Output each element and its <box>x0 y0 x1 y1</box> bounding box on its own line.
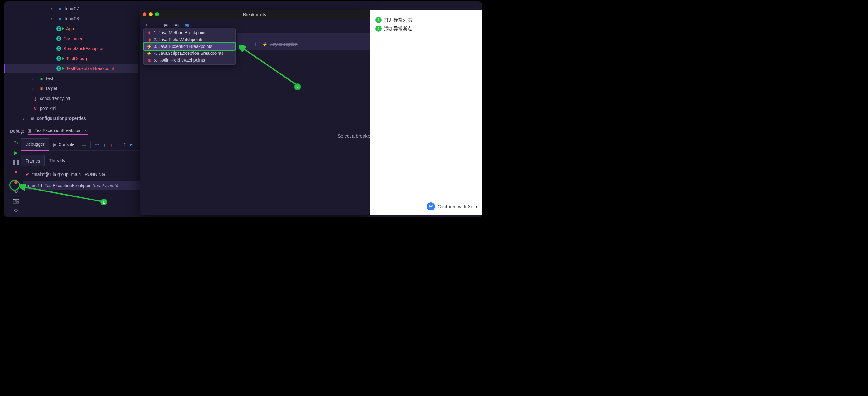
minimize-window-icon[interactable] <box>149 12 153 16</box>
frames-bar: Frames Threads <box>21 155 141 166</box>
maven-file-icon: V <box>32 106 38 111</box>
force-step-into-icon[interactable]: ↓ <box>110 142 113 147</box>
add-breakpoint-menu: ◆ 1. Java Method Breakpoints ◉ 2. Java F… <box>143 28 236 65</box>
pause-icon[interactable]: ❚❚ <box>12 159 20 165</box>
tree-class-customer[interactable]: C Customer <box>10 34 141 43</box>
tree-label: test <box>46 76 53 81</box>
class-icon: C <box>56 26 62 31</box>
xnip-logo-icon: ✂ <box>427 202 435 210</box>
tab-console[interactable]: Console <box>59 139 79 150</box>
exception-icon: ⚡ <box>262 42 268 47</box>
chevron-right-icon: › <box>32 76 37 81</box>
debug-label: Debug: <box>10 129 24 134</box>
menu-kotlin-field-wp[interactable]: ◉ 5. Kotlin Field Watchpoints <box>144 57 235 64</box>
show-frames-icon[interactable]: ☰ <box>82 142 86 147</box>
menu-java-exception-bp[interactable]: ⚡ 3. Java Exception Breakpoints <box>144 43 235 50</box>
select-breakpoint-message: Select a breakp <box>338 133 370 138</box>
debug-step-toolbar: ☰ ⤻ ↓ ↓ ↑ ⤴ ▸ <box>82 141 133 147</box>
test-folder-icon: ■ <box>39 76 44 81</box>
drop-frame-icon[interactable]: ⤴ <box>123 142 126 147</box>
breakpoint-tree-partial: ts ⚡ Any exception <box>237 33 370 50</box>
dialog-titlebar: Breakpoints <box>140 10 370 19</box>
class-icon: C <box>56 66 62 71</box>
run-to-cursor-icon[interactable]: ▸ <box>130 142 133 147</box>
close-window-icon[interactable] <box>143 12 147 16</box>
overlay-badge-2: 2 <box>294 84 301 90</box>
menu-label: 2. Java Field Watchpoints <box>154 37 204 42</box>
tree-class-mockex[interactable]: C SomeMockException <box>10 43 141 54</box>
xnip-watermark: ✂ Captured with Xnip <box>427 202 477 210</box>
annotation-badge-2: 2 <box>375 26 382 32</box>
tree-class-testexbp[interactable]: C TestExceptionBreakpoint <box>4 64 138 73</box>
tree-label: App <box>66 26 74 31</box>
highlight-circle-1 <box>9 180 20 191</box>
close-icon[interactable]: × <box>85 128 87 133</box>
view-options-icon[interactable]: [◉] <box>184 23 189 27</box>
group-by-file-icon[interactable]: [▣] <box>173 23 179 27</box>
add-breakpoint-icon[interactable]: ＋ <box>144 22 149 28</box>
iml-file-icon: ⟧ <box>32 96 38 101</box>
tab-threads[interactable]: Threads <box>44 155 69 166</box>
camera-icon[interactable]: 📷 <box>13 198 19 204</box>
step-out-icon[interactable]: ↑ <box>117 142 119 147</box>
tree-folder-target[interactable]: › ■ target <box>10 84 141 93</box>
console-icon: ▶ <box>53 142 57 147</box>
rerun-icon[interactable]: ↻ <box>14 140 18 146</box>
tree-label: SomeMockException <box>64 46 105 51</box>
chevron-right-icon: › <box>23 116 27 121</box>
run-icon <box>62 67 64 70</box>
tree-file-pom[interactable]: V pom.xml <box>10 103 141 113</box>
folder-icon: ■ <box>57 16 63 21</box>
diamond-icon: ◆ <box>147 31 152 35</box>
tree-folder-test[interactable]: › ■ test <box>10 73 141 84</box>
tree-class-app[interactable]: C App <box>10 24 141 34</box>
resume-icon[interactable]: ▶ <box>14 150 18 156</box>
debug-header: Debug: ▣ TestExceptionBreakpoint × <box>10 127 141 136</box>
menu-java-method-bp[interactable]: ◆ 1. Java Method Breakpoints <box>144 29 235 36</box>
tree-label: TestDebug <box>66 56 87 61</box>
tree-label: pom.xml <box>40 106 56 111</box>
remove-breakpoint-icon[interactable]: － <box>154 22 159 28</box>
project-tree: › ■ topic07 › ■ topic08 C App C Customer… <box>10 4 141 123</box>
eye-icon: ◉ <box>147 37 152 42</box>
tab-debugger[interactable]: Debugger <box>21 138 49 151</box>
tree-folder-topic08[interactable]: › ■ topic08 <box>10 14 141 24</box>
run-icon <box>62 27 64 30</box>
step-into-icon[interactable]: ↓ <box>103 142 106 147</box>
thread-label: "main"@1 in group "main": RUNNING <box>32 172 105 177</box>
settings-icon[interactable]: ⚙ <box>14 207 18 213</box>
checkbox-icon[interactable] <box>255 42 260 46</box>
debug-side-toolbar: ↻ ▶ ❚❚ ■ ◉ ⊘ 📷 ⚙ <box>11 140 21 213</box>
tree-file-iml[interactable]: ⟧ concurrency.iml <box>10 93 141 103</box>
tree-class-testdebug[interactable]: C TestDebug <box>10 54 141 64</box>
overlay-badge-1: 1 <box>100 199 107 205</box>
menu-java-field-wp[interactable]: ◉ 2. Java Field Watchpoints <box>144 36 235 43</box>
maximize-window-icon[interactable] <box>155 12 159 16</box>
menu-js-exception-bp[interactable]: ⚡ 4. JavaScript Exception Breakpoints <box>144 50 235 57</box>
chevron-right-icon: › <box>51 16 56 21</box>
stack-frame-row[interactable]: main:14, TestExceptionBreakpoint (top.da… <box>23 181 141 190</box>
class-icon: C <box>56 56 62 61</box>
annotation-text-1: 打开异常列表 <box>384 17 412 23</box>
tree-label: Customer <box>64 36 83 41</box>
step-over-icon[interactable]: ⤻ <box>95 142 99 147</box>
thread-row[interactable]: ✔ "main"@1 in group "main": RUNNING <box>26 171 105 177</box>
annotation-text-2: 添加异常断点 <box>384 26 412 32</box>
folder-icon: ■ <box>39 86 44 91</box>
menu-label: 3. Java Exception Breakpoints <box>154 44 212 49</box>
folder-icon: ■ <box>57 6 63 11</box>
check-icon: ✔ <box>26 171 30 177</box>
stop-icon[interactable]: ■ <box>14 169 18 175</box>
group-by-package-icon[interactable]: ▣ <box>164 23 167 27</box>
divider <box>90 141 91 147</box>
tree-module-conf[interactable]: › ▣ configurationproperties <box>10 113 141 123</box>
run-config-tab[interactable]: ▣ TestExceptionBreakpoint × <box>28 127 88 135</box>
tab-frames[interactable]: Frames <box>21 155 44 166</box>
tree-folder-topic07[interactable]: › ■ topic07 <box>10 4 141 14</box>
any-exception-label: Any exception <box>270 42 298 47</box>
annotation-panel: 1 打开异常列表 2 添加异常断点 ✂ Captured with Xnip <box>370 10 482 216</box>
tree-label: target <box>46 86 57 91</box>
chevron-right-icon: › <box>32 86 37 91</box>
tree-label: TestExceptionBreakpoint <box>66 66 114 71</box>
lightning-icon: ⚡ <box>147 51 152 56</box>
